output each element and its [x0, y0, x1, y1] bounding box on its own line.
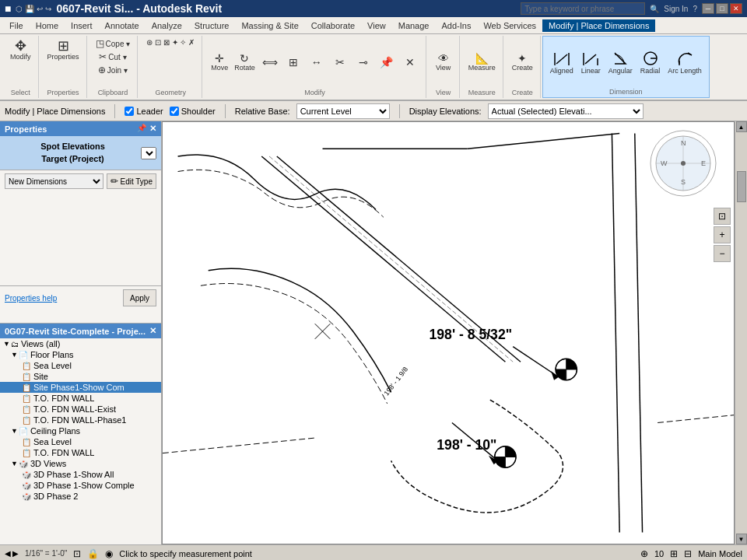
- tree-item-tofdnwall-phase1[interactable]: 📋 T.O. FDN WALL-Phase1: [0, 415, 161, 425]
- tree-item-ceiling-tofdn[interactable]: 📋 T.O. FDN WALL: [0, 447, 161, 458]
- nav-right-btn[interactable]: ▶: [12, 549, 19, 558]
- ribbon-btn-pin[interactable]: 📌: [376, 55, 398, 69]
- ribbon-btn-measure[interactable]: 📐Measure: [466, 51, 498, 73]
- ribbon-btn-modify[interactable]: ✥ Modify: [8, 37, 33, 62]
- search-input[interactable]: [521, 2, 645, 15]
- ribbon-btn-join[interactable]: ⊕ Join ▾: [96, 64, 130, 76]
- properties-type-select[interactable]: ▼: [141, 147, 156, 159]
- close-btn[interactable]: ✕: [730, 3, 742, 14]
- expand-ceiling[interactable]: ▼: [11, 427, 18, 435]
- search-icon[interactable]: 🔍: [650, 5, 659, 13]
- shoulder-checkbox[interactable]: [170, 107, 179, 116]
- maximize-btn[interactable]: □: [716, 3, 728, 14]
- toolbar-redo[interactable]: ↪: [45, 5, 51, 13]
- relative-base-select[interactable]: Current Level: [296, 103, 390, 119]
- apply-btn[interactable]: Apply: [123, 289, 156, 306]
- ribbon-btn-linear[interactable]: Linear: [579, 48, 603, 76]
- new-dimensions-select[interactable]: New Dimensions: [5, 173, 103, 189]
- ribbon-btn-split[interactable]: ⊸: [352, 55, 374, 69]
- menu-webservices[interactable]: Web Services: [477, 19, 542, 32]
- nav-left-btn[interactable]: ◀: [5, 549, 11, 558]
- zoom-in-btn[interactable]: +: [714, 226, 731, 243]
- view-mode-icon[interactable]: ⊡: [73, 548, 81, 559]
- ribbon-btn-delete[interactable]: ✕: [399, 55, 421, 69]
- ribbon-btn-array[interactable]: ⊞: [282, 55, 304, 69]
- tree-item-floorplans[interactable]: ▼ 📄 Floor Plans: [0, 349, 161, 360]
- menu-manage[interactable]: Manage: [392, 19, 436, 32]
- menu-analyze[interactable]: Analyze: [146, 19, 188, 32]
- ribbon-btn-properties[interactable]: ⊞ Properties: [45, 37, 82, 62]
- ribbon-btn-geom1[interactable]: ⊛ ⊡ ⊠ ✦ ✧ ✗: [144, 37, 197, 47]
- ribbon-btn-create[interactable]: ✦Create: [510, 51, 535, 73]
- zoom-out-btn[interactable]: −: [714, 245, 731, 262]
- tree-item-ceiling-sealevel[interactable]: 📋 Sea Level: [0, 436, 161, 447]
- menu-collaborate[interactable]: Collaborate: [305, 19, 361, 32]
- zoom-extents-btn[interactable]: ⊡: [714, 208, 731, 225]
- detail-icon[interactable]: ⊟: [684, 548, 692, 559]
- right-scrollbar[interactable]: ▲ ▼: [735, 121, 747, 544]
- ribbon-btn-move[interactable]: ✛Move: [209, 51, 230, 73]
- leader-checkbox[interactable]: [124, 107, 134, 116]
- menu-structure[interactable]: Structure: [188, 19, 236, 32]
- scroll-thumb[interactable]: [737, 171, 746, 202]
- sign-in-text[interactable]: Sign In: [664, 5, 688, 13]
- tree-item-tofdnwall[interactable]: 📋 T.O. FDN WALL: [0, 393, 161, 404]
- browser-close[interactable]: ✕: [149, 326, 156, 336]
- display-elevations-select[interactable]: Actual (Selected) Elevati...: [488, 103, 644, 119]
- properties-help-link[interactable]: Properties help: [5, 294, 57, 303]
- canvas-area[interactable]: 198' - 8 5/32" 198' - 1 9/8 198' - 10": [162, 121, 735, 544]
- tree-item-site-phase1[interactable]: 📋 Site Phase1-Show Com: [0, 382, 161, 393]
- ribbon-btn-aligned[interactable]: Aligned: [548, 48, 576, 76]
- menu-addins[interactable]: Add-Ins: [435, 19, 477, 32]
- toolbar-icon[interactable]: ⬡: [16, 5, 23, 13]
- properties-pin[interactable]: 📌: [137, 124, 146, 134]
- nav-cube[interactable]: N S W E: [648, 128, 718, 198]
- tree-item-3dphase1-comp[interactable]: 🎲 3D Phase 1-Show Comple: [0, 480, 161, 491]
- site-icon: 📋: [22, 373, 31, 381]
- browser-title: 0G07-Revit Site-Complete - Proje...: [5, 327, 146, 336]
- expand-3d[interactable]: ▼: [11, 460, 18, 467]
- tree-item-sealevel[interactable]: 📋 Sea Level: [0, 360, 161, 371]
- ribbon-btn-cope[interactable]: ◳ Cope ▾: [93, 37, 133, 50]
- toolbar-undo[interactable]: ↩: [37, 5, 43, 13]
- workset-icon[interactable]: ⊞: [670, 548, 678, 559]
- ribbon-btn-rotate[interactable]: ↻Rotate: [232, 51, 258, 73]
- lock-icon[interactable]: 🔒: [87, 548, 99, 559]
- ribbon-btn-cut[interactable]: ✂ Cut ▾: [96, 51, 128, 63]
- help-btn[interactable]: ?: [693, 5, 697, 13]
- menu-file[interactable]: File: [3, 19, 30, 32]
- tree-item-3dphase1-all[interactable]: 🎲 3D Phase 1-Show All: [0, 469, 161, 480]
- ribbon-btn-arclength[interactable]: Arc Length: [665, 48, 704, 76]
- edit-type-btn[interactable]: ✏ Edit Type: [107, 173, 156, 189]
- scroll-up-btn[interactable]: ▲: [736, 121, 747, 132]
- menu-view[interactable]: View: [361, 19, 392, 32]
- ribbon-btn-radial[interactable]: Radial: [638, 48, 663, 76]
- expand-views[interactable]: ▼: [3, 340, 10, 348]
- toolbar-icon2[interactable]: 💾: [25, 5, 34, 13]
- menu-insert[interactable]: Insert: [65, 19, 99, 32]
- tree-item-site[interactable]: 📋 Site: [0, 371, 161, 382]
- minimize-btn[interactable]: ─: [702, 3, 714, 14]
- ribbon-btn-view[interactable]: 👁View: [433, 51, 454, 73]
- expand-floorplans[interactable]: ▼: [11, 351, 18, 359]
- tree-item-3dphase2[interactable]: 🎲 3D Phase 2: [0, 491, 161, 502]
- tree-item-ceilingplans[interactable]: ▼ 📄 Ceiling Plans: [0, 425, 161, 436]
- ribbon-btn-trim[interactable]: ✂: [329, 55, 351, 69]
- tree-item-views-all[interactable]: ▼ 🗂 Views (all): [0, 338, 161, 349]
- menu-massing[interactable]: Massing & Site: [235, 19, 304, 32]
- ribbon-btn-scale[interactable]: ↔: [306, 55, 328, 69]
- modify-tools-label: Modify: [304, 87, 325, 96]
- menu-home[interactable]: Home: [30, 19, 65, 32]
- properties-close[interactable]: ✕: [149, 124, 156, 134]
- menu-modify-dims[interactable]: Modify | Place Dimensions: [542, 19, 655, 32]
- tree-item-3dviews[interactable]: ▼ 🎲 3D Views: [0, 458, 161, 469]
- ribbon-btn-mirror[interactable]: ⟺: [259, 55, 281, 69]
- display-icon[interactable]: ◉: [105, 548, 113, 559]
- menu-annotate[interactable]: Annotate: [99, 19, 146, 32]
- shoulder-label[interactable]: Shoulder: [170, 107, 216, 116]
- tree-label-views: Views (all): [21, 339, 61, 348]
- ribbon-btn-angular[interactable]: Angular: [606, 48, 635, 76]
- tree-item-tofdnwall-exist[interactable]: 📋 T.O. FDN WALL-Exist: [0, 404, 161, 415]
- leader-label[interactable]: Leader: [124, 107, 163, 116]
- scroll-down-btn[interactable]: ▼: [736, 534, 747, 544]
